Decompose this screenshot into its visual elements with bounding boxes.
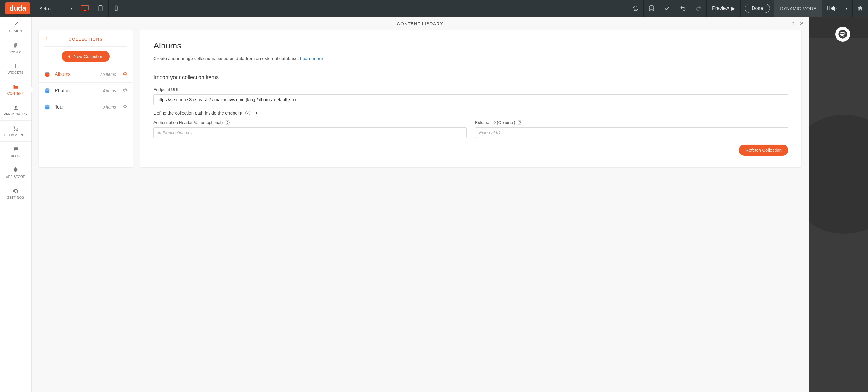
content-library-panel: CONTENT LIBRARY ? ✕ COLLECTIONS: [32, 17, 808, 392]
cart-icon: [13, 126, 19, 131]
collection-path-label: Define the collection path inside the en…: [154, 110, 242, 116]
collection-path-toggle[interactable]: Define the collection path inside the en…: [154, 110, 788, 116]
collection-detail-card: Albums Create and manage collections bas…: [141, 30, 801, 167]
collection-row[interactable]: Photos 4 items: [39, 83, 133, 99]
site-preview: [808, 17, 868, 392]
sidebar-item-blog[interactable]: BLOG: [0, 141, 31, 162]
database-button[interactable]: [644, 0, 659, 17]
page-select[interactable]: Select... ▾: [35, 0, 77, 17]
close-icon[interactable]: ✕: [800, 20, 804, 27]
spotify-icon: [835, 27, 850, 42]
brand-logo: duda: [5, 2, 30, 14]
done-button[interactable]: Done: [745, 4, 770, 13]
main: DESIGN PAGES WIDGETS CONTENT PERSONALIZE…: [0, 17, 868, 392]
help-icon[interactable]: ?: [518, 120, 522, 125]
chevron-down-icon: ▾: [71, 6, 72, 10]
sidebar-item-widgets[interactable]: WIDGETS: [0, 58, 31, 79]
puzzle-icon: [13, 167, 19, 173]
collection-meta: no items: [100, 72, 116, 77]
help-menu[interactable]: Help ▾: [822, 6, 852, 11]
external-id-label: External ID (Optional) ?: [475, 120, 788, 125]
sidebar-item-label: CONTENT: [7, 92, 24, 95]
refetch-collection-button[interactable]: Refetch Collection: [739, 144, 788, 156]
dynamic-mode-badge: DYNAMIC MODE: [774, 0, 822, 17]
detail-title: Albums: [154, 41, 788, 51]
endpoint-label: Endpoint URL: [154, 87, 788, 92]
sidebar-item-pages[interactable]: PAGES: [0, 37, 31, 58]
preview-label: Preview: [712, 6, 729, 11]
endpoint-url-input[interactable]: [154, 94, 788, 105]
sidebar-item-appstore[interactable]: APP STORE: [0, 162, 31, 183]
separator: [740, 0, 741, 17]
help-label: Help: [827, 6, 837, 11]
redo-button[interactable]: [691, 0, 707, 17]
gear-icon: [13, 188, 19, 194]
back-button[interactable]: [44, 36, 48, 42]
help-icon[interactable]: ?: [225, 120, 230, 125]
plus-icon: +: [68, 54, 71, 59]
sidebar-item-label: APP STORE: [6, 175, 25, 178]
content-library-header: CONTENT LIBRARY ? ✕: [32, 17, 808, 30]
plus-icon: [13, 63, 19, 69]
help-icon[interactable]: ?: [792, 21, 795, 26]
divider: [154, 67, 788, 68]
new-collection-button[interactable]: + New Collection: [62, 51, 110, 62]
folder-icon: [13, 84, 19, 90]
collection-meta: 3 items: [103, 105, 116, 109]
center: CONTENT LIBRARY ? ✕ COLLECTIONS: [32, 17, 868, 392]
sidebar-item-label: PERSONALIZE: [4, 112, 27, 116]
sidebar-item-settings[interactable]: SETTINGS: [0, 183, 31, 204]
person-icon: [13, 105, 19, 111]
collection-name: Photos: [55, 88, 98, 93]
collections-card: COLLECTIONS + New Collection Albums no i…: [39, 30, 133, 167]
auth-header-input[interactable]: [154, 127, 467, 138]
gear-icon[interactable]: [123, 104, 127, 110]
optional-fields-row: Authorization Header Value (optional) ? …: [154, 120, 788, 138]
content-library-body: COLLECTIONS + New Collection Albums no i…: [32, 30, 808, 174]
collection-row[interactable]: Albums no items: [39, 66, 133, 83]
desktop-view-button[interactable]: [77, 0, 93, 17]
gear-icon[interactable]: [123, 71, 127, 77]
auth-header-label: Authorization Header Value (optional) ?: [154, 120, 467, 125]
svg-rect-1: [84, 10, 86, 11]
sidebar-item-label: DESIGN: [9, 29, 22, 33]
import-heading: Import your collection items: [154, 74, 788, 80]
new-collection-label: New Collection: [73, 54, 103, 59]
collection-name: Albums: [55, 72, 96, 77]
chevron-down-icon: ▾: [255, 111, 257, 115]
tablet-view-button[interactable]: [93, 0, 108, 17]
sidebar-item-personalize[interactable]: PERSONALIZE: [0, 100, 31, 121]
svg-rect-0: [81, 6, 89, 10]
home-button[interactable]: [852, 0, 868, 17]
preview-button[interactable]: Preview ▶: [707, 0, 740, 17]
help-icon[interactable]: ?: [245, 111, 250, 116]
topbar: duda Select... ▾ Preview ▶ Done DYNAMIC: [0, 0, 868, 17]
learn-more-link[interactable]: Learn more: [300, 56, 323, 61]
check-button[interactable]: [659, 0, 675, 17]
divider: [44, 46, 127, 47]
collections-list: Albums no items Photos 4 items: [39, 66, 133, 116]
collections-title: COLLECTIONS: [44, 37, 127, 42]
sidebar-item-label: SETTINGS: [7, 196, 24, 199]
external-id-input[interactable]: [475, 127, 788, 138]
sidebar-item-label: PAGES: [10, 50, 22, 54]
sidebar-item-ecommerce[interactable]: ECOMMERCE: [0, 121, 31, 141]
mobile-view-button[interactable]: [108, 0, 124, 17]
page-select-label: Select...: [39, 6, 55, 11]
undo-button[interactable]: [675, 0, 691, 17]
sidebar-item-label: WIDGETS: [8, 71, 24, 74]
sidebar-item-content[interactable]: CONTENT: [0, 79, 31, 100]
chat-icon: [13, 146, 19, 152]
sidebar-item-design[interactable]: DESIGN: [0, 17, 31, 37]
site-decorative-shape: [808, 115, 868, 234]
database-icon: [44, 104, 51, 110]
detail-subtitle: Create and manage collections based on d…: [154, 56, 788, 61]
sidebar-item-label: ECOMMERCE: [4, 133, 27, 137]
left-rail: DESIGN PAGES WIDGETS CONTENT PERSONALIZE…: [0, 17, 32, 392]
collection-row[interactable]: Tour 3 items: [39, 99, 133, 116]
sync-button[interactable]: [628, 0, 643, 17]
svg-point-6: [649, 6, 654, 7]
gear-icon[interactable]: [123, 88, 127, 94]
sidebar-item-label: BLOG: [11, 154, 21, 158]
chevron-down-icon: ▾: [846, 6, 847, 10]
